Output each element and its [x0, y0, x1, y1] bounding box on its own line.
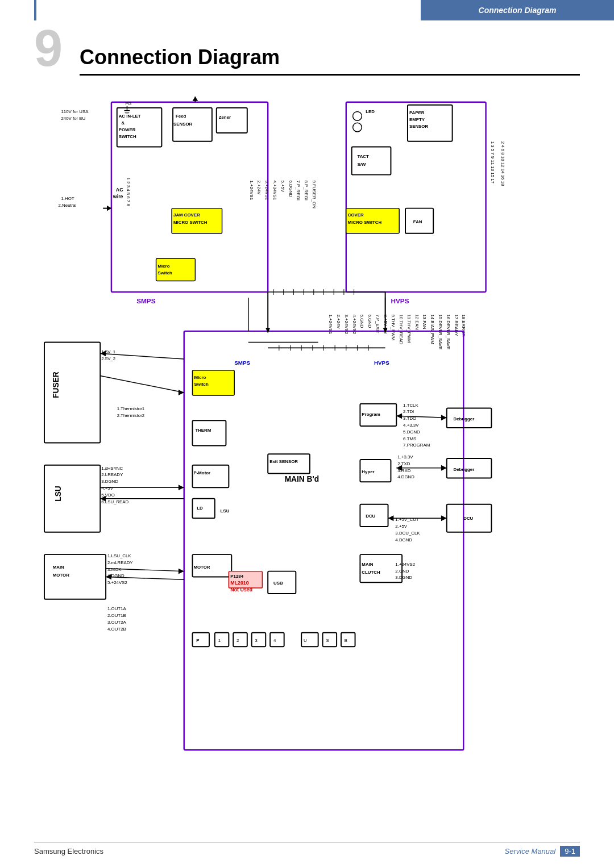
svg-text:USB: USB [273, 581, 283, 586]
svg-text:3.OUT2A: 3.OUT2A [107, 620, 127, 625]
svg-marker-174 [388, 515, 394, 521]
svg-text:1.+24VS1: 1.+24VS1 [249, 180, 254, 200]
svg-text:9.THV_PWM: 9.THV_PWM [391, 314, 396, 340]
svg-text:2.Thermistor2: 2.Thermistor2 [117, 413, 144, 418]
svg-text:9.FUSER_ON: 9.FUSER_ON [312, 180, 317, 208]
svg-text:2.OUT1B: 2.OUT1B [107, 613, 126, 618]
svg-text:P-Motor: P-Motor [193, 470, 210, 475]
svg-text:1.+24VS2: 1.+24VS2 [395, 562, 415, 567]
svg-text:CLUTCH: CLUTCH [362, 570, 380, 575]
svg-text:2.TXD: 2.TXD [397, 461, 410, 466]
svg-text:&: & [122, 120, 125, 126]
svg-text:5.DGND: 5.DGND [403, 429, 420, 435]
svg-text:2.mLREADY: 2.mLREADY [107, 560, 133, 565]
svg-text:2.+24V: 2.+24V [256, 180, 262, 195]
svg-text:SENSOR: SENSOR [409, 124, 429, 129]
svg-marker-181 [441, 465, 447, 471]
svg-text:ML2010: ML2010 [230, 580, 248, 586]
svg-text:Not Used: Not Used [230, 587, 252, 592]
chapter-number: 9 [34, 23, 63, 74]
svg-text:Zener: Zener [219, 115, 231, 120]
svg-text:5.+5V: 5.+5V [280, 180, 285, 193]
footer-page: 9-1 [560, 846, 580, 857]
svg-text:3.DGND: 3.DGND [101, 479, 118, 484]
svg-text:MOTOR: MOTOR [193, 565, 210, 570]
svg-text:Hyper: Hyper [362, 469, 374, 474]
svg-rect-34 [346, 102, 486, 292]
svg-text:AC IN-LET: AC IN-LET [119, 114, 141, 119]
chapter-title: Connection Diagram [80, 28, 580, 76]
svg-text:Debugger: Debugger [454, 467, 475, 472]
svg-marker-178 [441, 415, 447, 420]
svg-text:EMPTY: EMPTY [409, 117, 425, 122]
svg-text:U: U [304, 638, 307, 643]
svg-text:1.OUT1A: 1.OUT1A [107, 606, 127, 611]
svg-rect-200 [270, 633, 284, 647]
svg-text:SMPS: SMPS [136, 297, 156, 304]
connection-diagram-svg: SMPS AC IN-LET & POWER SWITCH Feed SENSO… [23, 97, 591, 823]
svg-text:2.+5V: 2.+5V [395, 524, 408, 529]
svg-text:HVPS: HVPS [374, 360, 389, 366]
footer: Samsung Electronics Service Manual 9-1 [34, 842, 580, 857]
svg-text:SENSOR: SENSOR [173, 122, 193, 127]
svg-text:4.DGND: 4.DGND [395, 537, 412, 542]
svg-rect-194 [215, 633, 229, 647]
svg-text:2.TDI: 2.TDI [403, 409, 414, 414]
svg-text:MICRO SWITCH: MICRO SWITCH [173, 220, 208, 225]
svg-text:FAN: FAN [413, 219, 422, 224]
svg-text:Micro: Micro [194, 375, 206, 380]
svg-text:Feed: Feed [176, 114, 186, 119]
footer-right: Service Manual 9-1 [505, 846, 580, 857]
svg-text:2.+24V: 2.+24V [336, 314, 341, 329]
svg-rect-113 [44, 465, 100, 532]
svg-text:3.+24VS1: 3.+24VS1 [264, 180, 269, 200]
svg-text:8.P_REGI: 8.P_REGI [304, 180, 309, 200]
svg-text:1.Thermistor1: 1.Thermistor1 [117, 406, 144, 411]
svg-text:1.LSU_CLK: 1.LSU_CLK [107, 553, 131, 558]
svg-text:2.LREADY: 2.LREADY [101, 472, 123, 477]
svg-text:FUSER: FUSER [52, 372, 60, 398]
svg-text:7.P_REGI: 7.P_REGI [296, 180, 301, 200]
svg-text:3.DCU_CLK: 3.DCU_CLK [395, 531, 420, 536]
svg-text:TACT: TACT [357, 154, 369, 159]
title-area: 9 Connection Diagram [34, 28, 580, 76]
svg-text:2.GND: 2.GND [395, 569, 409, 574]
svg-text:1: 1 [218, 638, 221, 643]
svg-text:MAIN: MAIN [53, 565, 64, 570]
svg-text:6.TMS: 6.TMS [403, 436, 416, 441]
svg-text:COVER: COVER [348, 212, 364, 218]
svg-text:4: 4 [273, 638, 276, 643]
svg-line-161 [100, 376, 184, 393]
svg-text:Exit SENSOR: Exit SENSOR [269, 459, 298, 464]
svg-text:17.READY: 17.READY [454, 314, 459, 336]
svg-point-36 [353, 112, 362, 121]
svg-text:LD: LD [197, 506, 203, 511]
svg-text:Program: Program [362, 412, 380, 417]
svg-text:MAIN B'd: MAIN B'd [285, 475, 320, 483]
svg-text:10.THV_READ: 10.THV_READ [399, 314, 404, 344]
svg-text:4.OUT2B: 4.OUT2B [107, 627, 126, 632]
svg-text:2.Neutral: 2.Neutral [59, 203, 77, 208]
svg-marker-175 [441, 515, 447, 521]
header-title: Connection Diagram [479, 6, 557, 15]
svg-text:S: S [326, 638, 329, 643]
svg-text:P1284: P1284 [230, 574, 243, 579]
svg-rect-10 [217, 108, 247, 133]
svg-text:AC: AC [116, 187, 123, 193]
svg-text:Micro: Micro [158, 264, 170, 269]
svg-rect-196 [233, 633, 247, 647]
svg-text:S/W: S/W [357, 162, 366, 167]
svg-text:110V for USA: 110V for USA [61, 109, 89, 114]
svg-text:14.BIAS_PWM: 14.BIAS_PWM [430, 314, 435, 344]
svg-text:SWITCH: SWITCH [119, 134, 136, 139]
svg-text:Switch: Switch [158, 270, 173, 276]
svg-rect-43 [352, 147, 391, 174]
svg-text:1 2 3 4 5 6 7 8: 1 2 3 4 5 6 7 8 [126, 178, 131, 207]
svg-text:4.+3.3V: 4.+3.3V [403, 423, 419, 428]
svg-text:1.+3.3V: 1.+3.3V [397, 454, 413, 460]
svg-text:15.DEVLR_SAVE: 15.DEVLR_SAVE [438, 314, 443, 349]
page-corner-marker [34, 0, 36, 20]
svg-text:MICRO SWITCH: MICRO SWITCH [348, 220, 382, 225]
svg-text:HVPS: HVPS [391, 297, 409, 304]
svg-text:MOTOR: MOTOR [53, 573, 69, 578]
